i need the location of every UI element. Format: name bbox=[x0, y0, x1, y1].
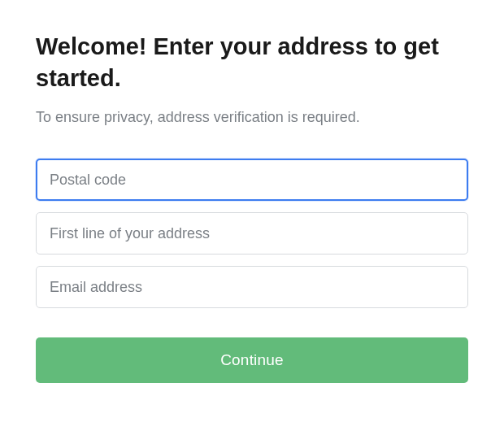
postal-code-input[interactable] bbox=[36, 159, 468, 201]
page-subtitle: To ensure privacy, address verification … bbox=[36, 109, 468, 126]
continue-button[interactable]: Continue bbox=[36, 337, 468, 383]
email-input[interactable] bbox=[36, 266, 468, 308]
page-title: Welcome! Enter your address to get start… bbox=[36, 31, 468, 94]
address-line1-input[interactable] bbox=[36, 212, 468, 255]
